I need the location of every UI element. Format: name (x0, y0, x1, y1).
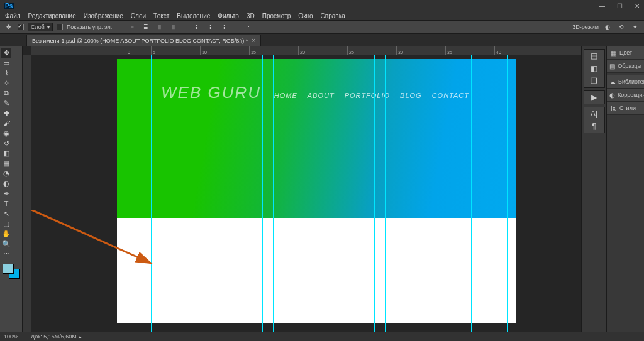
nav-underline (293, 102, 469, 102)
panel-swatches[interactable]: ▤ Образцы (607, 60, 644, 73)
menu-3d[interactable]: 3D (247, 13, 255, 19)
swatches-panel-icon: ▤ (609, 62, 615, 70)
panel-libraries[interactable]: ☁ Библиотеки (607, 75, 644, 89)
panel-adjustments[interactable]: ◐ Коррекция (607, 89, 644, 102)
actions-panel-icon[interactable]: ▶ (591, 93, 597, 102)
menu-file[interactable]: Файл (5, 13, 21, 19)
edit-toolbar[interactable]: ⋯ (1, 249, 11, 259)
eyedropper-tool[interactable]: ✎ (1, 98, 11, 108)
canvas-area[interactable]: 0 5 10 15 20 25 30 35 40 WEB GURU HOME A… (23, 46, 581, 332)
heal-tool[interactable]: ✚ (1, 108, 11, 118)
toolbox: ✥ ▭ ⌇ ✧ ⧉ ✎ ✚ 🖌 ◉ ↺ ◧ ▤ ◔ ◐ ✒ T ↖ ▢ ✋ 🔍 … (0, 46, 23, 332)
panel-label: Библиотеки (618, 78, 644, 85)
distribute-icon[interactable]: ⫶ (191, 22, 201, 32)
show-transform-controls-checkbox[interactable] (57, 24, 63, 30)
ruler-tick: 40 (496, 50, 501, 55)
title-bar: Ps — ☐ ✕ (0, 0, 644, 11)
document-tab[interactable]: Без имени-1.psd @ 100% (HOME ABOUT PORTF… (26, 35, 261, 46)
path-select-tool[interactable]: ↖ (1, 208, 11, 219)
panel-color[interactable]: ▦ Цвет (607, 46, 644, 60)
document-canvas[interactable]: WEB GURU HOME ABOUT PORTFOLIO BLOG CONTA… (117, 59, 516, 323)
chevron-right-icon[interactable]: ▸ (79, 335, 82, 339)
character-panel-icon[interactable]: A| (591, 109, 597, 118)
align-icon[interactable]: ⫴ (169, 22, 179, 32)
menu-image[interactable]: Изображение (84, 13, 123, 19)
hand-tool[interactable]: ✋ (1, 229, 11, 239)
menu-edit[interactable]: Редактирование (28, 13, 76, 19)
type-tool[interactable]: T (1, 198, 11, 208)
shape-tool[interactable]: ▢ (1, 219, 11, 229)
brush-tool[interactable]: 🖌 (1, 118, 11, 128)
blur-tool[interactable]: ◔ (1, 168, 11, 178)
distribute-icon[interactable]: ⫶ (205, 22, 215, 32)
menu-bar: Файл Редактирование Изображение Слои Тек… (0, 11, 644, 20)
status-bar: 100% Док: 5,15M/5,60M ▸ (0, 332, 644, 341)
marquee-tool[interactable]: ▭ (1, 58, 11, 68)
history-brush-tool[interactable]: ↺ (1, 138, 11, 148)
menu-select[interactable]: Выделение (177, 13, 210, 19)
nav-item: BLOG (400, 92, 422, 99)
ruler-tick: 35 (447, 50, 452, 55)
mode-3d-label: 3D-режим (572, 24, 599, 30)
align-icon[interactable]: ⫴ (155, 22, 165, 32)
close-icon[interactable]: × (252, 37, 255, 44)
align-icon[interactable]: ≣ (141, 22, 151, 32)
layers-panel-icon[interactable]: ❐ (591, 77, 597, 85)
minimize-button[interactable]: — (599, 3, 605, 9)
lasso-tool[interactable]: ⌇ (1, 68, 11, 78)
maximize-button[interactable]: ☐ (616, 3, 623, 9)
menu-layers[interactable]: Слои (131, 13, 146, 19)
ruler-tick: 0 (128, 50, 130, 55)
foreground-color-swatch[interactable] (3, 264, 14, 274)
menu-view[interactable]: Просмотр (262, 13, 291, 19)
site-nav: HOME ABOUT PORTFOLIO BLOG CONTACT (274, 92, 469, 99)
site-logo-text: WEB GURU (161, 83, 261, 102)
pen-tool[interactable]: ✒ (1, 188, 11, 198)
nav-item: PORTFOLIO (345, 92, 390, 99)
zoom-level[interactable]: 100% (4, 333, 18, 340)
collapsed-panel-rail: ▤ ◧ ❐ ▶ A| ¶ (581, 46, 606, 332)
paragraph-panel-icon[interactable]: ¶ (592, 122, 596, 131)
menu-filter[interactable]: Фильтр (218, 13, 239, 19)
menu-help[interactable]: Справка (321, 13, 345, 19)
ruler-vertical[interactable] (23, 55, 31, 332)
app-logo: Ps (4, 3, 14, 9)
history-panel-icon[interactable]: ▤ (591, 51, 597, 60)
distribute-icon[interactable]: ⫶ (219, 22, 229, 32)
panel-label: Образцы (618, 63, 641, 69)
doc-size[interactable]: Док: 5,15M/5,60M (31, 333, 77, 340)
ruler-tick: 25 (349, 50, 354, 55)
ruler-tick: 5 (153, 50, 155, 55)
auto-select-checkbox[interactable] (18, 24, 24, 30)
zoom-tool[interactable]: 🔍 (1, 239, 11, 249)
crop-tool[interactable]: ⧉ (1, 88, 11, 98)
auto-select-label: Слой (31, 24, 45, 30)
align-icon[interactable]: ≡ (127, 22, 137, 32)
ruler-tick: 10 (202, 50, 207, 55)
workspace: ✥ ▭ ⌇ ✧ ⧉ ✎ ✚ 🖌 ◉ ↺ ◧ ▤ ◔ ◐ ✒ T ↖ ▢ ✋ 🔍 … (0, 46, 644, 332)
more-icon[interactable]: ⋯ (242, 22, 252, 32)
gradient-tool[interactable]: ▤ (1, 158, 11, 168)
menu-window[interactable]: Окно (298, 13, 313, 19)
stamp-tool[interactable]: ◉ (1, 128, 11, 138)
dodge-tool[interactable]: ◐ (1, 178, 11, 188)
window-controls: — ☐ ✕ (599, 3, 640, 9)
mode-3d-icon[interactable]: ✦ (630, 22, 640, 32)
mode-3d-icon[interactable]: ◐ (602, 22, 613, 32)
menu-text[interactable]: Текст (153, 13, 169, 19)
panel-dock: ▦ Цвет ▤ Образцы ☁ Библиотеки ◐ Коррекци… (606, 46, 644, 332)
mode-3d-icon[interactable]: ⟲ (616, 22, 626, 32)
close-button[interactable]: ✕ (634, 3, 640, 9)
color-swatches[interactable] (1, 264, 21, 279)
move-tool[interactable]: ✥ (1, 48, 11, 58)
adjustments-panel-icon: ◐ (609, 91, 615, 99)
magic-wand-tool[interactable]: ✧ (1, 78, 11, 88)
properties-panel-icon[interactable]: ◧ (591, 64, 597, 73)
auto-select-dropdown[interactable]: Слой ▾ (28, 23, 53, 31)
panel-styles[interactable]: fx Стили (607, 102, 644, 115)
panel-label: Коррекция (618, 92, 644, 98)
eraser-tool[interactable]: ◧ (1, 148, 11, 158)
styles-panel-icon: fx (609, 104, 617, 112)
ruler-horizontal[interactable]: 0 5 10 15 20 25 30 35 40 (31, 46, 581, 55)
options-bar: ✥ Слой ▾ Показать упр. эл. ≡ ≣ ⫴ ⫴ ⫶ ⫶ ⫶… (0, 20, 644, 34)
